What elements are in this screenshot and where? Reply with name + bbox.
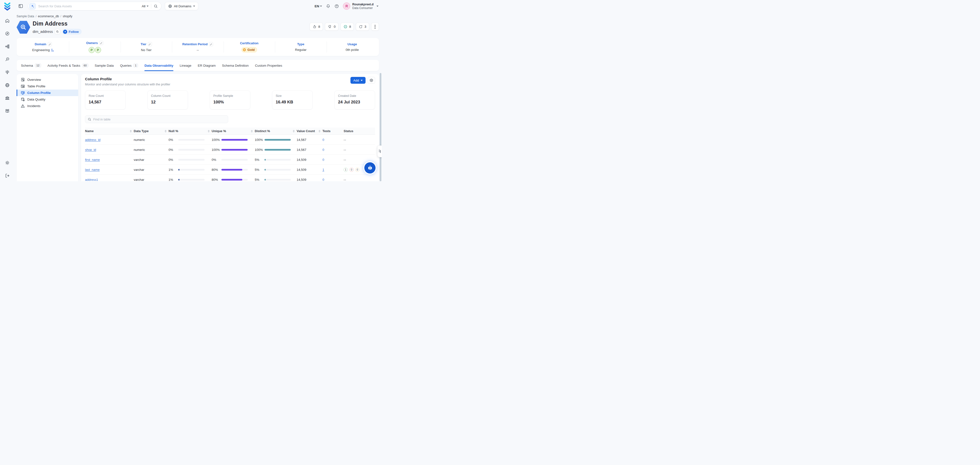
tab-schema[interactable]: Schema12 xyxy=(21,60,41,71)
owner-avatar[interactable]: P xyxy=(89,47,95,53)
notifications-bell-icon[interactable] xyxy=(326,4,331,8)
home-icon[interactable] xyxy=(3,17,11,25)
column-name-link[interactable]: shop_id xyxy=(85,148,96,152)
chat-assistant-button[interactable] xyxy=(364,162,375,173)
search-input[interactable] xyxy=(36,5,139,8)
settings-icon[interactable] xyxy=(3,159,11,167)
copy-icon[interactable] xyxy=(55,29,60,34)
col-header-name[interactable]: Name xyxy=(85,129,134,133)
status-cell: -- xyxy=(344,178,375,181)
tier-value: No Tier xyxy=(141,48,152,52)
tab-schema-definition[interactable]: Schema Definition xyxy=(222,60,249,71)
breadcrumb-separator: / xyxy=(35,14,36,18)
language-select[interactable]: EN xyxy=(315,5,322,8)
sort-icon[interactable] xyxy=(318,130,320,132)
sort-icon[interactable] xyxy=(165,130,167,132)
tests-link[interactable]: 1 xyxy=(323,168,324,171)
status-cell: -- xyxy=(344,148,375,152)
tests-link[interactable]: 0 xyxy=(323,138,324,141)
sort-icon[interactable] xyxy=(251,130,253,132)
side-panel-handle[interactable] xyxy=(377,146,382,157)
submenu-item-incidents[interactable]: Incidents xyxy=(17,103,78,109)
tests-link[interactable]: 0 xyxy=(323,178,324,181)
tab-custom-properties[interactable]: Custom Properties xyxy=(255,60,282,71)
tab-activity-feeds[interactable]: Activity Feeds & Tasks60 xyxy=(48,60,88,71)
value-count-cell: 14,509 xyxy=(297,178,323,181)
breadcrumb-item-schema[interactable]: shopify xyxy=(63,14,72,18)
find-in-table-input[interactable] xyxy=(93,117,226,121)
versions-button[interactable]: 3 xyxy=(356,23,369,31)
sort-icon[interactable] xyxy=(208,130,210,132)
search-scope-select[interactable]: All xyxy=(139,5,151,8)
col-header-null[interactable]: Null % xyxy=(169,129,212,133)
tab-er-diagram[interactable]: ER Diagram xyxy=(198,60,216,71)
sort-icon[interactable] xyxy=(130,130,132,132)
domain-label: Domain xyxy=(35,42,46,46)
tests-link[interactable]: 0 xyxy=(323,158,324,162)
null-bar-fill xyxy=(178,169,180,171)
tab-sample-data[interactable]: Sample Data xyxy=(95,60,114,71)
sidebar-toggle-icon[interactable] xyxy=(18,3,24,9)
col-header-value-count[interactable]: Value Count xyxy=(297,129,323,133)
column-name-link[interactable]: address_id xyxy=(85,138,100,141)
logout-icon[interactable] xyxy=(3,171,11,180)
chevron-down-icon xyxy=(146,6,148,7)
add-button[interactable]: Add xyxy=(350,77,366,84)
help-icon[interactable] xyxy=(334,4,339,8)
app-logo[interactable] xyxy=(3,2,11,11)
more-actions-button[interactable] xyxy=(371,23,379,31)
ai-sparkle-icon[interactable] xyxy=(29,3,36,10)
governance-icon[interactable] xyxy=(3,94,11,102)
submenu-item-overview[interactable]: Overview xyxy=(17,76,78,83)
distinct-bar-fill xyxy=(264,149,291,151)
panel-subtitle: Monitor and understand your columns stru… xyxy=(85,83,170,86)
insights-icon[interactable] xyxy=(3,68,11,76)
downvote-button[interactable]: 0 xyxy=(325,23,339,31)
owner-avatar[interactable]: P xyxy=(95,47,101,53)
breadcrumb-item-database[interactable]: ecommerce_db xyxy=(38,14,59,18)
tests-link[interactable]: 0 xyxy=(323,148,324,152)
edit-tier-icon[interactable] xyxy=(148,42,152,46)
lineage-icon[interactable] xyxy=(3,42,11,51)
observability-icon[interactable] xyxy=(3,55,11,63)
column-name-link[interactable]: last_name xyxy=(85,168,100,171)
all-domains-dropdown[interactable]: All Domains xyxy=(165,2,198,10)
upvote-button[interactable]: 8 xyxy=(310,23,323,31)
type-value: Regular xyxy=(295,48,306,52)
explore-icon[interactable] xyxy=(3,29,11,38)
col-header-unique[interactable]: Unique % xyxy=(212,129,255,133)
distinct-bar xyxy=(264,169,291,171)
tab-data-observability[interactable]: Data Observability xyxy=(145,60,173,71)
submenu-item-table-profile[interactable]: Table Profile xyxy=(17,83,78,90)
edit-retention-icon[interactable] xyxy=(209,42,213,46)
edit-owners-icon[interactable] xyxy=(99,41,103,45)
domain-value[interactable]: Engineering xyxy=(32,48,50,52)
tab-lineage[interactable]: Lineage xyxy=(180,60,191,71)
distinct-bar xyxy=(264,159,291,160)
data-type-cell: numeric xyxy=(134,148,169,152)
breadcrumb-item-service[interactable]: Sample Data xyxy=(17,14,34,18)
all-domains-label: All Domains xyxy=(174,5,191,8)
follow-label: Follow xyxy=(69,30,79,33)
col-header-data-type[interactable]: Data Type xyxy=(134,129,169,133)
certification-label: Certification xyxy=(240,41,258,45)
column-name-link[interactable]: address1 xyxy=(85,178,98,181)
follow-button[interactable]: ★ Follow xyxy=(62,29,81,35)
quality-score-button[interactable]: 8 xyxy=(340,23,354,31)
column-name-link[interactable]: first_name xyxy=(85,158,100,162)
submenu-item-data-quality[interactable]: Data Quality xyxy=(17,96,78,103)
user-menu[interactable]: R Rounakpreet.d Data Consumer xyxy=(343,2,379,10)
domains-icon[interactable] xyxy=(3,81,11,89)
glossary-icon[interactable] xyxy=(3,107,11,115)
unique-bar-fill xyxy=(221,139,248,141)
thumbs-up-icon xyxy=(312,25,317,29)
profiler-settings-button[interactable] xyxy=(368,77,375,84)
submenu-item-column-profile[interactable]: Column Profile xyxy=(17,90,78,96)
usage-value: 0th pctile xyxy=(345,48,359,52)
search-icon[interactable] xyxy=(151,4,159,8)
tab-queries[interactable]: Queries1 xyxy=(120,60,138,71)
edit-domain-icon[interactable] xyxy=(48,42,52,46)
col-header-distinct[interactable]: Distinct % xyxy=(255,129,297,133)
sort-icon[interactable] xyxy=(293,130,295,132)
page-scrollbar[interactable] xyxy=(380,73,381,181)
